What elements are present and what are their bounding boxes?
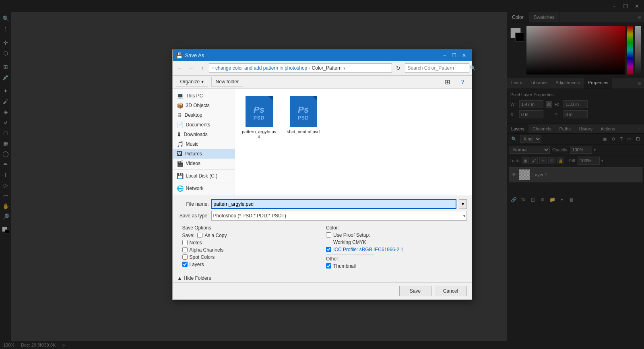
network-icon: 🌐 xyxy=(177,185,184,192)
filename-label: File name: xyxy=(178,201,209,207)
save-options-area: Save Options Save: As a Copy Notes Alpha… xyxy=(178,223,467,271)
dialog-restore-button[interactable]: ❐ xyxy=(450,52,459,59)
psd-ps-label-2: Ps xyxy=(298,105,309,115)
file-item-shirt-neutral[interactable]: Ps PSD shirt_neutral.psd xyxy=(283,93,324,142)
nav-item-local-disk-label: Local Disk (C:) xyxy=(186,173,218,179)
icc-profile-checkbox[interactable] xyxy=(326,247,331,252)
thumbnail-label[interactable]: Thumbnail xyxy=(333,263,356,269)
save-as-dialog: 💾 Save As − ❐ ✕ ← → ↑ « change color and… xyxy=(172,50,472,300)
nav-item-local-disk[interactable]: 💾 Local Disk (C:) xyxy=(173,171,235,181)
spot-colors-label[interactable]: Spot Colors xyxy=(190,254,215,260)
save-options-title: Save Options xyxy=(182,225,318,231)
nav-item-this-pc-label: This PC xyxy=(186,93,203,99)
nav-item-downloads-label: Downloads xyxy=(184,132,208,137)
save-options-right: Color: Use Proof Setup: Working CMYK ICC… xyxy=(326,225,462,271)
nav-forward-button[interactable]: → xyxy=(186,63,196,73)
nav-item-downloads[interactable]: ⬇ Downloads xyxy=(173,130,235,139)
file-name-pattern-argyle: pattern_argyle.psd xyxy=(242,129,277,139)
alpha-channels-label[interactable]: Alpha Channels xyxy=(190,247,224,253)
as-a-copy-label[interactable]: As a Copy xyxy=(204,233,227,238)
psd-ext-label-1: PSD xyxy=(254,115,265,121)
search-input[interactable] xyxy=(408,65,468,71)
working-cmyk-label: Working CMYK xyxy=(333,240,462,245)
layers-label[interactable]: Layers xyxy=(190,262,204,267)
as-a-copy-checkbox[interactable] xyxy=(197,233,202,238)
this-pc-icon: 💻 xyxy=(177,93,184,99)
icc-profile-label[interactable]: ICC Profile: sRGB IEC61966-2.1 xyxy=(333,247,403,252)
nav-back-button[interactable]: ← xyxy=(175,63,185,73)
icc-profile-row: ICC Profile: sRGB IEC61966-2.1 xyxy=(326,247,462,252)
view-toggle-button[interactable]: ⊞ xyxy=(441,77,454,87)
nav-item-videos[interactable]: 🎬 Videos xyxy=(173,159,235,168)
help-button[interactable]: ? xyxy=(457,77,469,87)
nav-item-documents[interactable]: 📄 Documents xyxy=(173,120,235,130)
alpha-channels-checkbox[interactable] xyxy=(182,247,188,252)
music-icon: 🎵 xyxy=(177,141,184,147)
breadcrumb-prefix: « xyxy=(212,66,214,70)
save-row: Save: As a Copy xyxy=(182,233,318,238)
notes-checkbox[interactable] xyxy=(182,240,188,245)
nav-item-desktop[interactable]: 🖥 Desktop xyxy=(173,110,235,120)
dialog-title: Save As xyxy=(185,52,204,58)
psd-ext-label-2: PSD xyxy=(298,115,309,121)
nav-item-music[interactable]: 🎵 Music xyxy=(173,139,235,149)
filetype-label: Save as type: xyxy=(178,213,209,219)
desktop-icon: 🖥 xyxy=(177,112,182,118)
nav-item-documents-label: Documents xyxy=(186,122,211,128)
spot-colors-checkbox[interactable] xyxy=(182,254,188,260)
nav-item-pictures-label: Pictures xyxy=(185,151,202,157)
cancel-button[interactable]: Cancel xyxy=(435,286,467,296)
new-folder-button[interactable]: New folder xyxy=(211,77,243,87)
nav-item-3d-objects[interactable]: 📦 3D Objects xyxy=(173,101,235,110)
hide-folders-label: Hide Folders xyxy=(184,275,211,281)
organize-button[interactable]: Organize ▾ xyxy=(176,77,208,87)
save-label: Save: xyxy=(182,233,195,238)
filetype-field-row: Save as type: Photoshop (*.PSD;*.PDD;*.P… xyxy=(178,211,467,221)
nav-item-this-pc[interactable]: 💻 This PC xyxy=(173,91,235,101)
notes-label[interactable]: Notes xyxy=(190,240,202,246)
file-item-pattern-argyle[interactable]: Ps PSD pattern_argyle.psd xyxy=(239,93,279,142)
left-nav: 💻 This PC 📦 3D Objects 🖥 Desktop 📄 Docum… xyxy=(173,89,235,196)
dialog-close-button[interactable]: ✕ xyxy=(460,52,469,59)
breadcrumb-part1[interactable]: change color and add pattern in photosho… xyxy=(215,65,307,71)
filename-field-row: File name: ▾ xyxy=(178,199,467,209)
breadcrumb-dropdown[interactable]: ▾ xyxy=(343,66,345,70)
downloads-icon: ⬇ xyxy=(177,131,182,138)
documents-icon: 📄 xyxy=(177,122,184,128)
save-button[interactable]: Save xyxy=(399,286,431,296)
psd-icon-bg-1: Ps PSD xyxy=(246,96,273,127)
filetype-select[interactable]: Photoshop (*.PSD;*.PDD;*.PSDT) xyxy=(211,211,467,221)
nav-item-desktop-label: Desktop xyxy=(185,112,202,118)
breadcrumb[interactable]: « change color and add pattern in photos… xyxy=(209,63,392,73)
save-options-left: Save Options Save: As a Copy Notes Alpha… xyxy=(182,225,318,271)
file-name-shirt-neutral: shirt_neutral.psd xyxy=(287,129,320,134)
psd-ps-label-1: Ps xyxy=(254,105,264,115)
dialog-title-icon: 💾 xyxy=(176,52,183,59)
nav-item-pictures[interactable]: 🖼 Pictures xyxy=(173,149,235,159)
hide-folders-caret: ▲ xyxy=(178,275,182,281)
dialog-bottom: File name: ▾ Save as type: Photoshop (*.… xyxy=(173,196,472,274)
hide-folders-row[interactable]: ▲ Hide Folders xyxy=(173,274,472,282)
dialog-overlay: 💾 Save As − ❐ ✕ ← → ↑ « change color and… xyxy=(0,0,644,349)
thumbnail-checkbox[interactable] xyxy=(326,263,331,268)
use-proof-setup-checkbox[interactable] xyxy=(326,232,331,237)
nav-up-button[interactable]: ↑ xyxy=(198,63,207,73)
notes-row: Notes xyxy=(182,240,318,246)
color-section-title: Color: xyxy=(326,225,462,231)
nav-refresh-button[interactable]: ↻ xyxy=(394,63,403,73)
filetype-dropdown-wrap: Photoshop (*.PSD;*.PDD;*.PSDT) ▾ xyxy=(211,211,467,221)
nav-item-music-label: Music xyxy=(186,141,198,147)
nav-item-network-label: Network xyxy=(186,186,204,191)
filename-input[interactable] xyxy=(211,199,456,209)
dialog-toolbar: Organize ▾ New folder ⊞ ? xyxy=(173,76,472,89)
use-proof-setup-label[interactable]: Use Proof Setup: xyxy=(333,232,370,238)
layers-checkbox[interactable] xyxy=(182,262,188,267)
layers-row: Layers xyxy=(182,262,318,267)
filename-dropdown-button[interactable]: ▾ xyxy=(459,199,467,209)
search-icon: 🔍 xyxy=(470,65,476,71)
dialog-body: 💻 This PC 📦 3D Objects 🖥 Desktop 📄 Docum… xyxy=(173,89,472,196)
use-proof-setup-row: Use Proof Setup: xyxy=(326,232,462,238)
nav-separator2 xyxy=(173,182,235,182)
nav-item-network[interactable]: 🌐 Network xyxy=(173,184,235,193)
dialog-minimize-button[interactable]: − xyxy=(440,52,449,59)
